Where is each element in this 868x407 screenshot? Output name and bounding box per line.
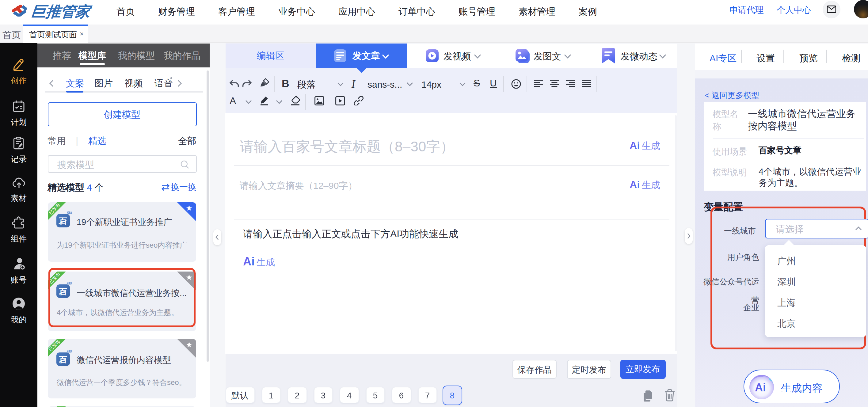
svg-text:Ai: Ai <box>755 381 766 394</box>
